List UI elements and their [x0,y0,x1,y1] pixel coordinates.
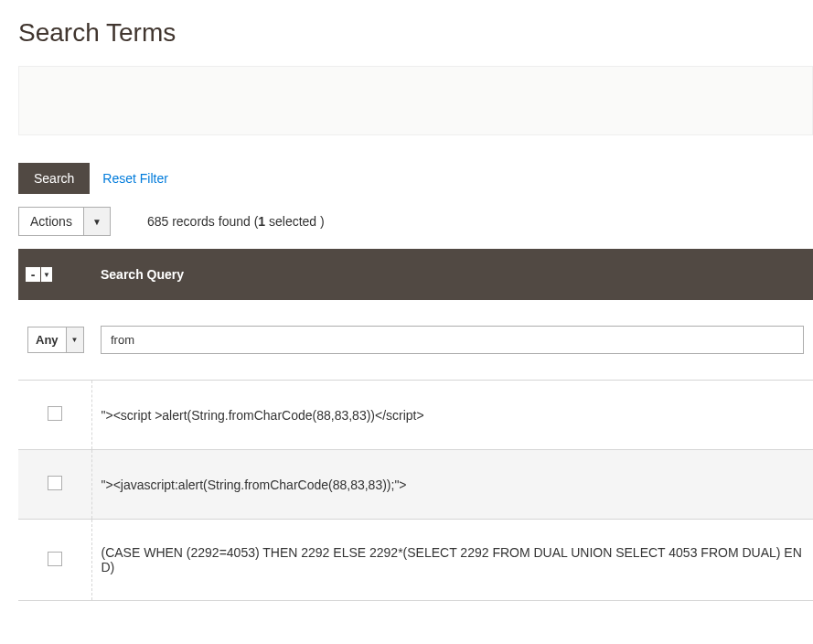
filter-any-cell: Any ▼ [18,300,91,381]
search-query-cell[interactable]: (CASE WHEN (2292=4053) THEN 2292 ELSE 22… [91,520,813,601]
records-selected-count: 1 [258,214,265,229]
chevron-down-icon: ▼ [41,267,52,282]
search-button[interactable]: Search [18,163,90,194]
message-area [18,66,813,135]
search-query-cell[interactable]: "><javascript:alert(String.fromCharCode(… [91,450,813,520]
table-row: "><script >alert(String.fromCharCode(88,… [18,381,813,450]
actions-dropdown[interactable]: Actions ▼ [18,207,111,236]
filter-controls: Search Reset Filter [0,135,813,194]
table-row: (CASE WHEN (2292=4053) THEN 2292 ELSE 22… [18,520,813,601]
row-checkbox[interactable] [48,552,62,566]
chevron-down-icon: ▼ [67,327,83,352]
table-row: "><javascript:alert(String.fromCharCode(… [18,450,813,520]
page-title: Search Terms [0,0,813,66]
grid-filter-row: Any ▼ [18,300,813,381]
reset-filter-link[interactable]: Reset Filter [102,171,168,186]
select-all-indeterminate-icon: - [26,267,40,282]
records-found-text: 685 records found (1 selected ) [147,214,325,229]
search-query-cell[interactable]: "><script >alert(String.fromCharCode(88,… [91,381,813,450]
select-all-header[interactable]: - ▼ [18,249,91,300]
actions-dropdown-label: Actions [19,208,84,235]
row-checkbox[interactable] [48,476,62,490]
column-header-search-query[interactable]: Search Query [91,249,813,300]
any-filter-dropdown[interactable]: Any ▼ [27,327,84,353]
records-prefix: 685 records found ( [147,214,258,229]
search-terms-grid: - ▼ Search Query Any ▼ "><script >alert(… [18,249,813,601]
chevron-down-icon: ▼ [84,208,110,235]
filter-search-query-cell [91,300,813,381]
any-filter-label: Any [28,327,67,352]
actions-row: Actions ▼ 685 records found (1 selected … [0,194,813,249]
records-suffix: selected ) [265,214,325,229]
row-checkbox[interactable] [48,406,62,421]
search-query-filter-input[interactable] [101,326,804,354]
grid-header-row: - ▼ Search Query [18,249,813,300]
